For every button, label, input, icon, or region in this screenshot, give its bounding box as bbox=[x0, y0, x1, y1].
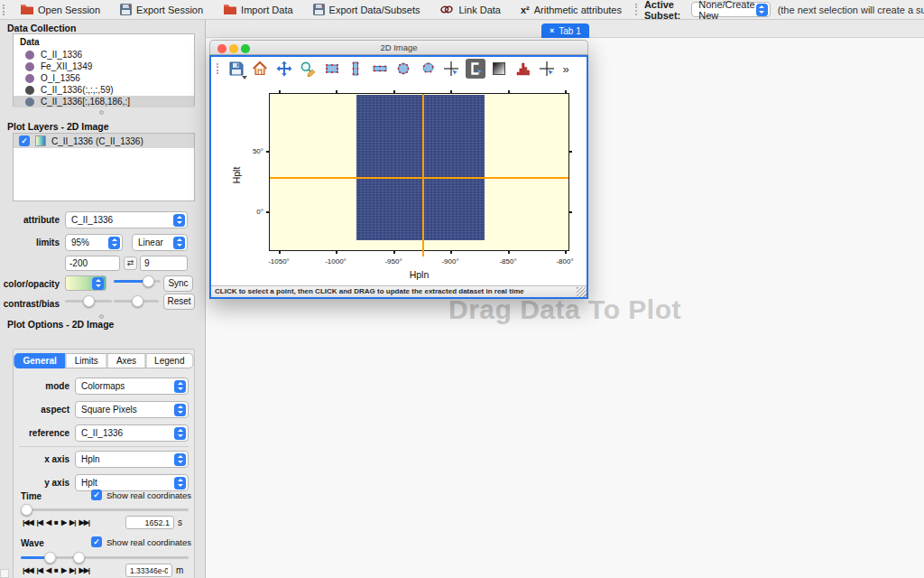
tab-tab1[interactable]: × Tab 1 bbox=[541, 23, 589, 38]
wave-value-field[interactable] bbox=[125, 564, 172, 577]
plot-axes[interactable]: -1050° -1000° -950° -900° -850° -800° 50… bbox=[269, 93, 569, 251]
image-data-block[interactable] bbox=[356, 95, 485, 240]
step-forward-button[interactable]: ▶| bbox=[69, 518, 75, 527]
time-unit: s bbox=[178, 517, 182, 527]
pan-icon[interactable] bbox=[274, 59, 294, 79]
list-item-layer[interactable]: C_II_1336 (C_II_1336) bbox=[14, 134, 194, 148]
slider-thumb[interactable] bbox=[44, 552, 56, 564]
splitter-handle[interactable] bbox=[99, 110, 104, 115]
tab-general[interactable]: General bbox=[14, 353, 66, 368]
close-icon[interactable]: × bbox=[550, 26, 554, 35]
time-slider[interactable] bbox=[21, 504, 189, 516]
play-button[interactable]: ▶ bbox=[61, 518, 66, 527]
maximize-window-button[interactable] bbox=[241, 44, 250, 53]
wave-slider[interactable] bbox=[21, 552, 189, 564]
active-subset-dropdown[interactable]: None/Create New bbox=[691, 2, 770, 17]
extract-profile-icon[interactable] bbox=[466, 59, 485, 79]
skip-last-button[interactable]: ▶▶| bbox=[79, 566, 89, 574]
colormap-dropdown[interactable] bbox=[65, 275, 106, 291]
figure-area[interactable]: -1050° -1000° -950° -900° -850° -800° 50… bbox=[211, 80, 587, 285]
close-window-button[interactable] bbox=[217, 44, 226, 53]
select-circle-icon[interactable] bbox=[393, 59, 413, 79]
step-forward-button[interactable]: ▶| bbox=[69, 566, 75, 574]
list-item-dataset[interactable]: C_II_1336 bbox=[14, 49, 194, 61]
step-back-button[interactable]: |◀ bbox=[37, 518, 42, 527]
wave-label: Wave bbox=[21, 538, 44, 548]
link-data-button[interactable]: Link Data bbox=[430, 0, 510, 20]
toolbar-drag-handle[interactable] bbox=[217, 63, 220, 74]
skip-first-button[interactable]: |◀◀ bbox=[23, 518, 33, 527]
list-item-dataset-selected[interactable]: C_II_1336[:,168,186,:] bbox=[14, 96, 194, 107]
select-lasso-icon[interactable] bbox=[418, 59, 438, 79]
open-session-button[interactable]: Open Session bbox=[10, 0, 110, 20]
home-icon[interactable] bbox=[250, 59, 270, 79]
select-rectangle-icon[interactable] bbox=[322, 59, 342, 79]
percentile-dropdown[interactable]: 95% bbox=[65, 234, 123, 251]
minimize-window-button[interactable] bbox=[229, 44, 238, 53]
toolbar-overflow-chevron[interactable]: » bbox=[563, 62, 569, 76]
skip-last-button[interactable]: ▶▶| bbox=[79, 518, 89, 527]
resize-grip[interactable] bbox=[577, 287, 587, 297]
attribute-dropdown[interactable]: C_II_1336 bbox=[65, 211, 188, 228]
vmin-field[interactable] bbox=[65, 256, 120, 271]
colormap-histogram-icon[interactable] bbox=[513, 59, 533, 79]
stop-button[interactable]: ■ bbox=[54, 518, 58, 527]
image-viewer-window[interactable]: 2D Image bbox=[209, 40, 588, 299]
skip-first-button[interactable]: |◀◀ bbox=[23, 566, 33, 574]
pick-point-icon[interactable] bbox=[441, 59, 461, 79]
layer-visibility-checkbox[interactable] bbox=[19, 135, 30, 146]
select-y-range-icon[interactable] bbox=[346, 59, 365, 79]
export-data-subsets-button[interactable]: Export Data/Subsets bbox=[303, 0, 430, 20]
tab-limits[interactable]: Limits bbox=[66, 353, 107, 368]
save-icon[interactable] bbox=[226, 59, 246, 79]
list-item-dataset[interactable]: O_I_1356 bbox=[14, 72, 194, 84]
slider-thumb[interactable] bbox=[73, 552, 85, 564]
sync-button[interactable]: Sync bbox=[163, 275, 193, 292]
play-back-button[interactable]: ◀ bbox=[46, 566, 51, 574]
sidebar: Data Collection Data C_II_1336 Fe_XII_13… bbox=[0, 20, 206, 578]
contrast-bias-icon[interactable] bbox=[489, 59, 509, 79]
pick-point-icon[interactable] bbox=[537, 59, 557, 79]
slider-thumb[interactable] bbox=[21, 504, 32, 516]
list-item-dataset[interactable]: Fe_XII_1349 bbox=[14, 61, 194, 72]
x-squared-icon: x² bbox=[521, 5, 530, 15]
opacity-slider[interactable] bbox=[114, 275, 161, 287]
slider-thumb[interactable] bbox=[132, 295, 143, 307]
zoom-icon[interactable] bbox=[298, 59, 318, 79]
checkbox-icon bbox=[91, 536, 102, 547]
slider-thumb[interactable] bbox=[83, 295, 95, 307]
toolbar-drag-handle[interactable] bbox=[3, 5, 5, 15]
x-tick-label: -1050° bbox=[259, 257, 299, 266]
export-session-button[interactable]: Export Session bbox=[110, 0, 213, 20]
wave-real-coords-checkbox[interactable]: Show real coordinates bbox=[91, 536, 191, 547]
size-grip[interactable] bbox=[0, 569, 9, 578]
stop-button[interactable]: ■ bbox=[54, 566, 58, 574]
slider-thumb[interactable] bbox=[143, 275, 154, 287]
y-axis-label: y axis bbox=[15, 478, 69, 488]
step-back-button[interactable]: |◀ bbox=[37, 566, 42, 574]
arithmetic-attributes-button[interactable]: x² Arithmetic attributes bbox=[511, 0, 632, 20]
tab-axes[interactable]: Axes bbox=[107, 353, 145, 368]
mode-dropdown[interactable]: Colormaps bbox=[75, 378, 189, 395]
scale-dropdown[interactable]: Linear bbox=[132, 234, 188, 251]
import-data-button[interactable]: Import Data bbox=[213, 0, 302, 20]
swap-limits-button[interactable]: ⇄ bbox=[124, 256, 137, 270]
play-back-button[interactable]: ◀ bbox=[46, 518, 51, 527]
aspect-dropdown[interactable]: Square Pixels bbox=[75, 401, 189, 418]
plot-options-title: Plot Options - 2D Image bbox=[7, 319, 114, 330]
reset-button[interactable]: Reset bbox=[163, 294, 195, 310]
list-item-dataset[interactable]: C_II_1336(:,:,:,59) bbox=[14, 84, 194, 96]
vmax-field[interactable] bbox=[140, 256, 188, 271]
time-value-field[interactable] bbox=[125, 516, 174, 529]
bias-slider[interactable] bbox=[114, 295, 159, 307]
play-button[interactable]: ▶ bbox=[61, 566, 66, 574]
time-real-coords-checkbox[interactable]: Show real coordinates bbox=[91, 489, 191, 500]
select-x-range-icon[interactable] bbox=[370, 59, 390, 79]
arithmetic-attributes-label: Arithmetic attributes bbox=[534, 5, 622, 15]
reference-dropdown[interactable]: C_II_1336 bbox=[75, 424, 189, 442]
x-axis-dropdown[interactable]: Hpln bbox=[75, 451, 189, 468]
window-titlebar[interactable]: 2D Image bbox=[209, 40, 588, 55]
chevron-up-down-icon bbox=[174, 453, 186, 466]
tab-legend[interactable]: Legend bbox=[145, 353, 193, 368]
contrast-slider[interactable] bbox=[65, 295, 112, 307]
